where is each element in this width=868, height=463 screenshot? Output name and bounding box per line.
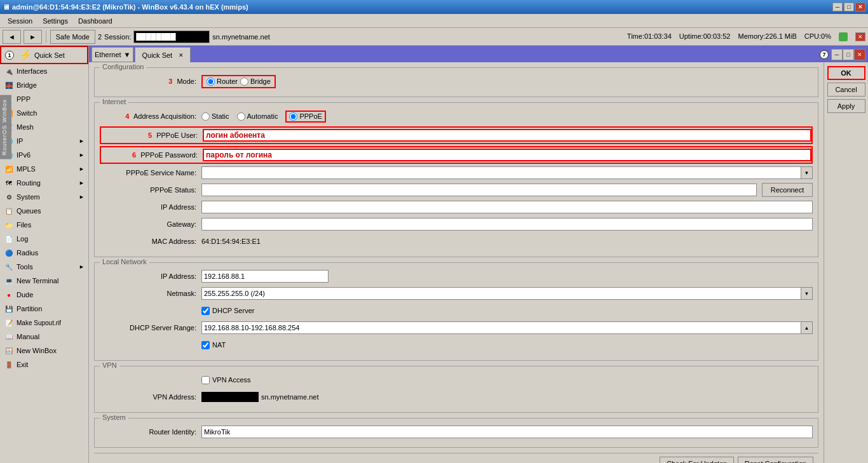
sidebar-item-label: IP xyxy=(17,137,23,145)
sidebar-item-interfaces[interactable]: 🔌 Interfaces xyxy=(0,64,88,78)
pppoe-user-input[interactable] xyxy=(203,129,811,142)
sidebar-item-routing[interactable]: 🗺 Routing ► xyxy=(0,176,88,190)
pppoe-service-label: PPPoE Service Name: xyxy=(100,169,201,177)
addr-static-input[interactable] xyxy=(201,112,210,121)
dhcp-server-checkbox[interactable] xyxy=(201,307,210,315)
sidebar-item-new-winbox[interactable]: 🪟 New WinBox xyxy=(0,344,88,358)
pppoe-status-label: PPPoE Status: xyxy=(100,186,201,194)
toolbar-close-btn[interactable]: ✕ xyxy=(855,32,865,41)
vpn-black-box xyxy=(201,392,259,402)
internet-ip-input[interactable] xyxy=(201,201,813,213)
addr-automatic-label: Automatic xyxy=(247,112,278,120)
pppoe-service-input[interactable] xyxy=(201,166,801,179)
session-input[interactable] xyxy=(133,30,210,43)
router-identity-input[interactable] xyxy=(201,426,813,438)
sidebar-item-mesh[interactable]: 🕸 Mesh xyxy=(0,120,88,134)
form-area: Configuration 3 Mode: Router xyxy=(89,62,824,463)
sidebar-item-new-terminal[interactable]: 💻 New Terminal xyxy=(0,274,88,288)
menu-settings[interactable]: Settings xyxy=(37,16,73,26)
tab-maximize-btn[interactable]: □ xyxy=(843,49,854,60)
dhcp-range-input[interactable] xyxy=(201,321,801,334)
sidebar-item-mpls[interactable]: 📶 MPLS ► xyxy=(0,162,88,176)
sidebar-item-ip[interactable]: 🌐 IP ► xyxy=(0,134,88,148)
sidebar-item-queues[interactable]: 📋 Queues xyxy=(0,204,88,218)
tab-quickset[interactable]: Quick Set ✕ xyxy=(135,47,191,62)
reconnect-button[interactable]: Reconnect xyxy=(762,183,813,197)
back-button[interactable]: ◄ xyxy=(3,30,21,44)
nat-checkbox-label[interactable]: NAT xyxy=(201,341,226,349)
addr-automatic-input[interactable] xyxy=(237,112,245,121)
close-button[interactable]: ✕ xyxy=(855,3,865,11)
addr-automatic-radio[interactable]: Automatic xyxy=(237,112,278,121)
pppoe-pass-input[interactable] xyxy=(203,149,811,161)
netmask-dropdown-btn[interactable]: ▼ xyxy=(801,287,813,300)
tab-close-btn[interactable]: ✕ xyxy=(854,49,865,60)
vpn-section: VPN VPN Access VPN Address: sn.my xyxy=(94,366,818,413)
sidebar-item-files[interactable]: 📁 Files xyxy=(0,218,88,232)
router-identity-row: Router Identity: xyxy=(100,425,813,439)
mode-bridge-input[interactable] xyxy=(240,77,248,86)
cpu-display: CPU:0% xyxy=(804,32,831,41)
memory-display: Memory:226.1 MiB xyxy=(738,32,797,41)
forward-button[interactable]: ► xyxy=(24,30,42,44)
addr-pppoe-radio[interactable]: PPPoE xyxy=(289,112,322,121)
vpn-access-row: VPN Access xyxy=(100,373,813,387)
sidebar-item-ipv6[interactable]: 🌐 IPv6 ► xyxy=(0,148,88,162)
sidebar-item-tools[interactable]: 🔧 Tools ► xyxy=(0,260,88,274)
sidebar-item-log[interactable]: 📄 Log xyxy=(0,232,88,246)
pppoe-service-dropdown-btn[interactable]: ▼ xyxy=(801,166,813,179)
sidebar-item-ppp[interactable]: 📡 PPP xyxy=(0,92,88,106)
radius-icon: 🔵 xyxy=(4,248,14,258)
ok-button[interactable]: OK xyxy=(827,66,865,80)
check-updates-button[interactable]: Check For Updates xyxy=(660,457,734,464)
sidebar-item-radius[interactable]: 🔵 Radius xyxy=(0,246,88,260)
nat-checkbox[interactable] xyxy=(201,341,210,349)
mode-bridge-radio[interactable]: Bridge xyxy=(240,77,271,86)
safe-mode-button[interactable]: Safe Mode xyxy=(50,30,95,44)
dhcp-server-checkbox-label[interactable]: DHCP Server xyxy=(201,307,254,315)
addr-acq-label: 4 Address Acquisition: xyxy=(100,112,201,120)
vpn-access-checkbox-label[interactable]: VPN Access xyxy=(201,376,251,384)
local-ip-input[interactable] xyxy=(201,270,329,283)
queues-icon: 📋 xyxy=(4,206,14,216)
reset-config-button[interactable]: Reset Configuration xyxy=(738,457,813,464)
session-label: Session: xyxy=(104,33,131,41)
sidebar: 1 ⚡ Quick Set 🔌 Interfaces 🌉 Bridge 📡 PP… xyxy=(0,46,89,463)
sidebar-item-bridge[interactable]: 🌉 Bridge xyxy=(0,78,88,92)
sidebar-item-exit[interactable]: 🚪 Exit xyxy=(0,358,88,372)
local-network-section: Local Network IP Address: Netmask: ▼ xyxy=(94,262,818,361)
mode-router-input[interactable] xyxy=(207,77,215,86)
maximize-button[interactable]: □ xyxy=(844,3,854,11)
menu-session[interactable]: Session xyxy=(3,16,37,26)
vpn-access-checkbox[interactable] xyxy=(201,376,210,384)
window-title: admin@64:D1:54:94:E3:E2 (MikroTik) - Win… xyxy=(12,3,248,11)
minimize-button[interactable]: ─ xyxy=(832,3,843,11)
pppoe-status-container: Reconnect xyxy=(201,183,813,197)
sidebar-item-quickset[interactable]: 1 ⚡ Quick Set xyxy=(0,46,88,64)
addr-static-radio[interactable]: Static xyxy=(201,112,229,121)
sidebar-item-make-supout[interactable]: 📝 Make Supout.rif xyxy=(0,316,88,330)
tab-minimize-btn[interactable]: ─ xyxy=(831,49,843,60)
cancel-button[interactable]: Cancel xyxy=(827,83,865,97)
tab-bar: Ethernet ▼ Quick Set ✕ 7 ─ □ ✕ xyxy=(89,46,868,62)
sidebar-item-manual[interactable]: 📖 Manual xyxy=(0,330,88,344)
tab-close-icon[interactable]: ✕ xyxy=(179,52,184,58)
apply-button[interactable]: Apply xyxy=(827,99,865,113)
menu-bar: Session Settings Dashboard xyxy=(0,14,868,28)
mode-router-radio[interactable]: Router xyxy=(207,77,238,86)
dhcp-range-scroll-up[interactable]: ▲ xyxy=(801,321,813,334)
system-icon: ⚙ xyxy=(4,192,14,202)
sidebar-item-partition[interactable]: 💾 Partition xyxy=(0,302,88,316)
addr-pppoe-input[interactable] xyxy=(289,112,297,121)
sidebar-item-label: Bridge xyxy=(17,81,37,89)
netmask-label: Netmask: xyxy=(100,290,201,297)
mode-router-label: Router xyxy=(217,77,238,85)
sidebar-item-system[interactable]: ⚙ System ► xyxy=(0,190,88,204)
netmask-input[interactable] xyxy=(201,287,801,300)
sidebar-item-switch[interactable]: 🔀 Switch xyxy=(0,106,88,120)
tab-title: Quick Set xyxy=(142,51,172,59)
gateway-input[interactable] xyxy=(201,218,813,231)
tab-dropdown-ethernet[interactable]: Ethernet ▼ xyxy=(92,47,133,62)
sidebar-item-dude[interactable]: ● Dude xyxy=(0,288,88,302)
menu-dashboard[interactable]: Dashboard xyxy=(73,16,118,26)
